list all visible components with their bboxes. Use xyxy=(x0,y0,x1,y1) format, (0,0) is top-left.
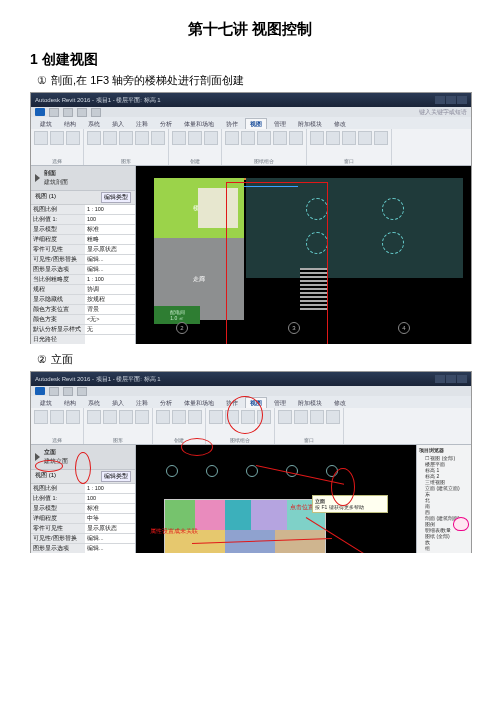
ribbon-button-icon[interactable] xyxy=(342,131,356,145)
ribbon-tab[interactable]: 附加模块 xyxy=(293,118,327,129)
property-row[interactable]: 零件可见性显示原状态 xyxy=(31,245,135,255)
ribbon-button-icon[interactable] xyxy=(34,410,48,424)
ribbon-button-icon[interactable] xyxy=(188,410,202,424)
section-head-line[interactable] xyxy=(244,186,298,187)
ribbon-tab[interactable]: 视图 xyxy=(245,118,267,129)
window-controls[interactable] xyxy=(434,375,467,384)
properties-palette[interactable]: 立面 建筑立面 视图 (1) 编辑类型 视图比例1 : 100比例值 1:100… xyxy=(31,445,136,553)
ribbon-tab[interactable]: 分析 xyxy=(155,397,177,408)
ribbon-tab[interactable]: 注释 xyxy=(131,397,153,408)
property-row[interactable]: 视图比例1 : 100 xyxy=(31,484,135,494)
ribbon-tab[interactable]: 插入 xyxy=(107,397,129,408)
ribbon-button-icon[interactable] xyxy=(172,131,186,145)
ribbon-tab[interactable]: 修改 xyxy=(329,397,351,408)
browser-item[interactable]: 组 xyxy=(419,545,469,551)
ribbon-button-icon[interactable] xyxy=(310,410,324,424)
quick-access-toolbar[interactable] xyxy=(31,386,471,396)
ribbon-button-icon[interactable] xyxy=(151,131,165,145)
ribbon-button-icon[interactable] xyxy=(172,410,186,424)
ribbon-button-icon[interactable] xyxy=(119,131,133,145)
drawing-canvas[interactable]: 楼梯 走廊 配电间 1.0 ㎡ xyxy=(136,166,471,344)
qat-btn-icon[interactable] xyxy=(63,387,73,396)
ribbon-tab[interactable]: 系统 xyxy=(83,118,105,129)
qat-save-icon[interactable] xyxy=(63,108,73,117)
ribbon-button-icon[interactable] xyxy=(34,131,48,145)
app-logo-icon[interactable] xyxy=(35,108,45,116)
ribbon-button-icon[interactable] xyxy=(289,131,303,145)
ribbon-button-icon[interactable] xyxy=(225,410,239,424)
ribbon-button-icon[interactable] xyxy=(135,131,149,145)
qat-redo-icon[interactable] xyxy=(91,108,101,117)
ribbon-button-icon[interactable] xyxy=(188,131,202,145)
ribbon-tab[interactable]: 协作 xyxy=(221,397,243,408)
property-row[interactable]: 视图比例1 : 100 xyxy=(31,205,135,215)
ribbon-button-icon[interactable] xyxy=(87,410,101,424)
grid-bubble[interactable]: 2 xyxy=(176,322,188,334)
ribbon-button-icon[interactable] xyxy=(66,131,80,145)
edit-type-button[interactable]: 编辑类型 xyxy=(101,192,131,203)
ribbon-tab[interactable]: 附加模块 xyxy=(293,397,327,408)
property-row[interactable]: 颜色方案<无> xyxy=(31,315,135,325)
property-row[interactable]: 详细程度粗略 xyxy=(31,235,135,245)
ribbon-tab[interactable]: 结构 xyxy=(59,118,81,129)
property-row[interactable]: 显示隐藏线按规程 xyxy=(31,295,135,305)
ribbon-button-icon[interactable] xyxy=(273,131,287,145)
ribbon-tabs[interactable]: 建筑结构系统插入注释分析体量和场地协作视图管理附加模块修改 xyxy=(31,117,471,129)
property-row[interactable]: 规程协调 xyxy=(31,285,135,295)
ribbon-button-icon[interactable] xyxy=(241,131,255,145)
app-logo-icon[interactable] xyxy=(35,387,45,395)
property-row[interactable]: 详细程度中等 xyxy=(31,514,135,524)
ribbon-button-icon[interactable] xyxy=(225,131,239,145)
search-placeholder[interactable]: 键入关键字或短语 xyxy=(419,108,467,117)
qat-open-icon[interactable] xyxy=(49,108,59,117)
ribbon-button-icon[interactable] xyxy=(257,131,271,145)
ribbon-button-icon[interactable] xyxy=(204,131,218,145)
ribbon-button-icon[interactable] xyxy=(310,131,324,145)
ribbon-tab[interactable]: 分析 xyxy=(155,118,177,129)
ribbon-tab[interactable]: 建筑 xyxy=(35,118,57,129)
property-row[interactable]: 显示模型标准 xyxy=(31,225,135,235)
ribbon-tab[interactable]: 体量和场地 xyxy=(179,118,219,129)
ribbon-button-icon[interactable] xyxy=(278,410,292,424)
ribbon-tab[interactable]: 体量和场地 xyxy=(179,397,219,408)
property-row[interactable]: 可见性/图形替换编辑... xyxy=(31,534,135,544)
ribbon-tab[interactable]: 管理 xyxy=(269,118,291,129)
ribbon-button-icon[interactable] xyxy=(326,131,340,145)
property-row[interactable]: 比例值 1:100 xyxy=(31,215,135,225)
ribbon-tab[interactable]: 协作 xyxy=(221,118,243,129)
ribbon-tab[interactable]: 结构 xyxy=(59,397,81,408)
ribbon-button-icon[interactable] xyxy=(257,410,271,424)
ribbon-button-icon[interactable] xyxy=(241,410,255,424)
qat-btn-icon[interactable] xyxy=(77,387,87,396)
ribbon-button-icon[interactable] xyxy=(156,410,170,424)
ribbon-tab[interactable]: 修改 xyxy=(329,118,351,129)
property-row[interactable]: 当比例粗略度1 : 100 xyxy=(31,275,135,285)
property-row[interactable]: 可见性/图形替换编辑... xyxy=(31,255,135,265)
property-row[interactable]: 图形显示选项编辑... xyxy=(31,544,135,553)
property-row[interactable]: 比例值 1:100 xyxy=(31,494,135,504)
ribbon-button-icon[interactable] xyxy=(374,131,388,145)
ribbon-button-icon[interactable] xyxy=(50,410,64,424)
ribbon-tab[interactable]: 建筑 xyxy=(35,397,57,408)
ribbon-panel[interactable]: 选择图形创建图纸组合窗口 xyxy=(31,408,471,445)
ribbon-button-icon[interactable] xyxy=(103,131,117,145)
window-controls[interactable] xyxy=(434,96,467,105)
ribbon-button-icon[interactable] xyxy=(358,131,372,145)
ribbon-tab[interactable]: 插入 xyxy=(107,118,129,129)
qat-btn-icon[interactable] xyxy=(49,387,59,396)
properties-type-selector[interactable]: 立面 建筑立面 xyxy=(31,445,135,470)
edit-type-button[interactable]: 编辑类型 xyxy=(101,471,131,482)
ribbon-button-icon[interactable] xyxy=(135,410,149,424)
ribbon-tab[interactable]: 视图 xyxy=(245,397,267,408)
property-row[interactable]: 零件可见性显示原状态 xyxy=(31,524,135,534)
ribbon-tab[interactable]: 注释 xyxy=(131,118,153,129)
qat-undo-icon[interactable] xyxy=(77,108,87,117)
quick-access-toolbar[interactable]: 键入关键字或短语 xyxy=(31,107,471,117)
ribbon-tab[interactable]: 系统 xyxy=(83,397,105,408)
property-row[interactable]: 显示模型标准 xyxy=(31,504,135,514)
ribbon-button-icon[interactable] xyxy=(50,131,64,145)
grid-bubble[interactable]: 4 xyxy=(398,322,410,334)
ribbon-button-icon[interactable] xyxy=(209,410,223,424)
property-row[interactable]: 日光路径 xyxy=(31,335,135,344)
ribbon-button-icon[interactable] xyxy=(103,410,117,424)
